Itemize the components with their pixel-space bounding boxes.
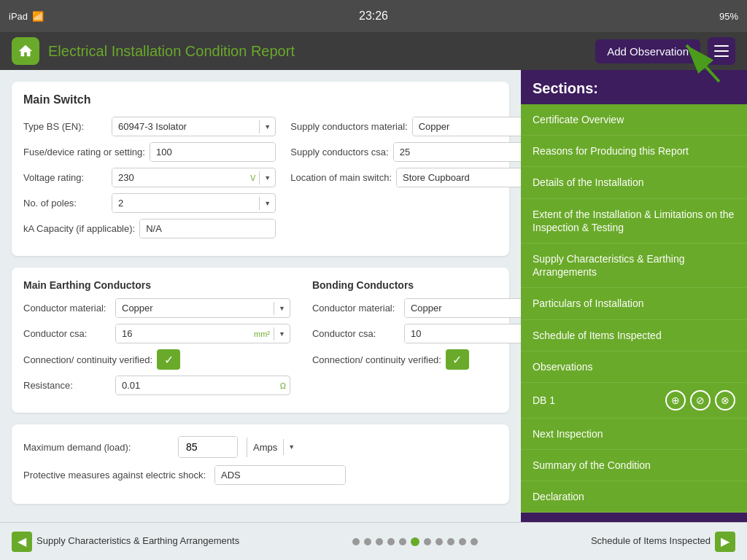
dot-4[interactable] bbox=[387, 538, 395, 545]
bond-csa-row: Conductor csa: mm² ▼ bbox=[312, 324, 521, 343]
dot-9[interactable] bbox=[447, 538, 454, 545]
earth-res-group[interactable]: Ω bbox=[115, 376, 290, 395]
page-dots bbox=[352, 537, 478, 546]
next-arrow-icon: ▶ bbox=[715, 532, 735, 552]
voltage-input[interactable] bbox=[112, 168, 247, 187]
earth-mat-row: Conductor material: ▼ bbox=[23, 298, 290, 318]
max-demand-input-group[interactable] bbox=[178, 436, 238, 458]
supply-mat-group[interactable]: ▼ bbox=[412, 117, 521, 136]
ka-input[interactable] bbox=[140, 219, 274, 238]
main-earthing-section: Main Earthing Conductors Conductor mater… bbox=[23, 279, 290, 401]
app-header: Electrical Installation Condition Report… bbox=[0, 32, 747, 70]
protective-label: Protective measures against electric sho… bbox=[23, 470, 206, 481]
max-demand-label: Maximum demand (load): bbox=[23, 442, 169, 453]
db1-pause-button[interactable]: ⊘ bbox=[690, 390, 711, 411]
bond-cont-checkbox[interactable]: ✓ bbox=[446, 349, 469, 370]
main-earthing-title: Main Earthing Conductors bbox=[23, 279, 290, 291]
max-demand-input[interactable] bbox=[179, 437, 237, 457]
earth-csa-input[interactable] bbox=[116, 324, 250, 343]
earth-res-input[interactable] bbox=[116, 376, 276, 394]
max-demand-unit-btn[interactable]: Amps ▼ bbox=[247, 438, 299, 457]
poles-input-group[interactable]: ▼ bbox=[112, 193, 276, 213]
earth-cont-checkbox[interactable]: ✓ bbox=[157, 349, 180, 370]
section-reasons[interactable]: Reasons for Producing this Report bbox=[521, 136, 747, 167]
dot-2[interactable] bbox=[364, 538, 371, 545]
section-schedule[interactable]: Schedule of Items Inspected bbox=[521, 320, 747, 351]
section-certificate-overview[interactable]: Certificate Overview bbox=[521, 104, 747, 136]
supply-csa-input[interactable] bbox=[394, 143, 521, 161]
next-nav[interactable]: Schedule of Items Inspected ▶ bbox=[591, 532, 735, 552]
clock: 23:26 bbox=[359, 9, 388, 23]
bond-mat-group[interactable]: ▼ bbox=[404, 298, 521, 318]
type-bs-arrow[interactable]: ▼ bbox=[259, 120, 275, 133]
earth-csa-group[interactable]: mm² ▼ bbox=[115, 324, 290, 343]
db1-label: DB 1 bbox=[533, 394, 555, 406]
wifi-icon: 📶 bbox=[32, 11, 44, 22]
dot-1[interactable] bbox=[352, 538, 360, 545]
bond-csa-input[interactable] bbox=[405, 324, 521, 343]
voltage-unit: V bbox=[247, 170, 259, 186]
bond-mat-input[interactable] bbox=[405, 299, 521, 317]
voltage-input-group[interactable]: V ▼ bbox=[112, 168, 276, 187]
earth-csa-unit: mm² bbox=[250, 326, 274, 342]
left-panel: Main Switch Type BS (EN): ▼ Fuse/device … bbox=[0, 70, 521, 522]
prev-nav[interactable]: ◀ Supply Characteristics & Earthing Arra… bbox=[12, 532, 239, 552]
dot-11[interactable] bbox=[471, 538, 478, 545]
home-button[interactable] bbox=[12, 37, 39, 65]
poles-label: No. of poles: bbox=[23, 198, 107, 209]
earth-res-row: Resistance: Ω bbox=[23, 376, 290, 395]
protective-input-group[interactable]: ▼ bbox=[214, 465, 346, 485]
db1-add-button[interactable]: ⊕ bbox=[665, 390, 686, 411]
dot-6-active[interactable] bbox=[411, 537, 419, 546]
fuse-input[interactable] bbox=[150, 143, 276, 161]
earth-mat-group[interactable]: ▼ bbox=[115, 298, 290, 318]
carrier-info: iPad 📶 bbox=[9, 11, 44, 22]
db1-close-button[interactable]: ⊗ bbox=[715, 390, 735, 411]
section-details[interactable]: Details of the Installation bbox=[521, 167, 747, 198]
supply-csa-group[interactable]: mm² ▼ bbox=[393, 142, 521, 162]
type-bs-input[interactable] bbox=[112, 117, 259, 136]
bonding-section: Bonding Conductors Conductor material: ▼… bbox=[312, 279, 521, 401]
earth-mat-input[interactable] bbox=[116, 299, 274, 317]
supply-mat-row: Supply conductors material: ▼ bbox=[290, 117, 521, 136]
earth-mat-arrow[interactable]: ▼ bbox=[274, 302, 290, 315]
fuse-row: Fuse/device rating or setting: A ▼ bbox=[23, 142, 276, 162]
section-particulars[interactable]: Particulars of Installation bbox=[521, 288, 747, 319]
ka-unit: kA bbox=[274, 221, 276, 237]
voltage-row: Voltage rating: V ▼ bbox=[23, 168, 276, 187]
location-group[interactable]: ▼ bbox=[396, 168, 521, 187]
dot-10[interactable] bbox=[459, 538, 466, 545]
main-switch-left-fields: Type BS (EN): ▼ Fuse/device rating or se… bbox=[23, 117, 276, 244]
max-demand-arrow[interactable]: ▼ bbox=[283, 439, 299, 455]
poles-arrow[interactable]: ▼ bbox=[259, 197, 275, 210]
earth-res-label: Resistance: bbox=[23, 380, 111, 391]
max-demand-unit: Amps bbox=[247, 438, 283, 457]
section-summary[interactable]: Summary of the Condition bbox=[521, 450, 747, 481]
prev-arrow-icon: ◀ bbox=[12, 532, 32, 552]
max-demand-row: Maximum demand (load): Amps ▼ bbox=[23, 436, 498, 458]
location-input[interactable] bbox=[397, 168, 521, 187]
supply-mat-input[interactable] bbox=[413, 117, 521, 136]
earth-mat-label: Conductor material: bbox=[23, 303, 111, 314]
next-label: Schedule of Items Inspected bbox=[591, 535, 711, 548]
section-supply-chars[interactable]: Supply Characteristics & Earthing Arrang… bbox=[521, 244, 747, 288]
poles-input[interactable] bbox=[112, 194, 259, 212]
section-observations[interactable]: Observations bbox=[521, 351, 747, 383]
fuse-input-group[interactable]: A ▼ bbox=[150, 142, 276, 162]
dot-7[interactable] bbox=[424, 538, 431, 545]
bond-csa-group[interactable]: mm² ▼ bbox=[404, 324, 521, 343]
bond-cont-row: Connection/ continuity verified: ✓ bbox=[312, 349, 521, 370]
ka-input-group[interactable]: kA bbox=[139, 219, 276, 238]
voltage-arrow[interactable]: ▼ bbox=[259, 171, 275, 184]
type-bs-input-group[interactable]: ▼ bbox=[112, 117, 276, 136]
bond-csa-label: Conductor csa: bbox=[312, 328, 400, 339]
dot-5[interactable] bbox=[399, 538, 406, 545]
earth-csa-arrow[interactable]: ▼ bbox=[274, 327, 290, 341]
protective-input[interactable] bbox=[215, 466, 346, 484]
fuse-label: Fuse/device rating or setting: bbox=[23, 147, 145, 158]
section-declaration[interactable]: Declaration bbox=[521, 481, 747, 513]
dot-3[interactable] bbox=[376, 538, 383, 545]
section-extent[interactable]: Extent of the Installation & Limitations… bbox=[521, 199, 747, 244]
dot-8[interactable] bbox=[436, 538, 443, 545]
section-next-inspection[interactable]: Next Inspection bbox=[521, 419, 747, 450]
